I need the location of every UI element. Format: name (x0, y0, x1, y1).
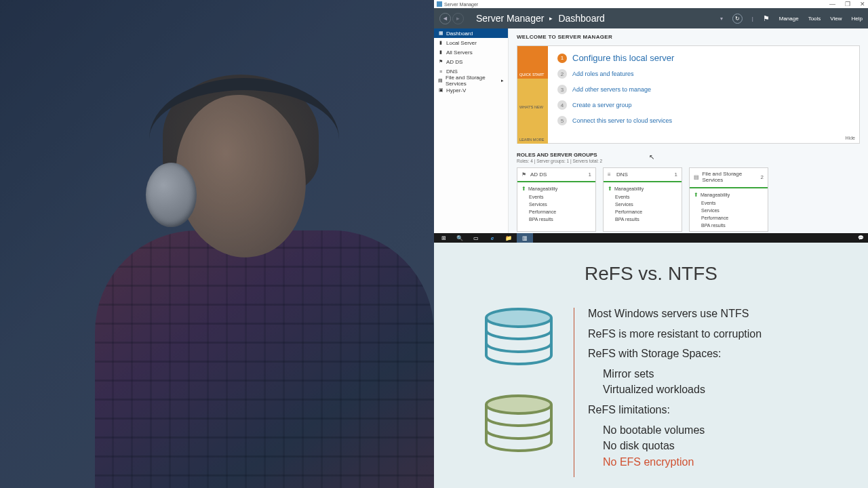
tab-learn-more[interactable]: LEARN MORE (517, 111, 548, 144)
start-button[interactable]: ⊞ (435, 233, 452, 243)
menu-help[interactable]: Help (852, 16, 863, 22)
tile-row-label: BPA results (615, 217, 639, 222)
course-photo (0, 0, 434, 488)
slide-subline: No disk quotas (588, 439, 854, 453)
server-icon: ▮ (438, 40, 443, 45)
tile-row-label: Events (615, 195, 629, 199)
server-manager-taskbar-button[interactable]: ▥ (517, 233, 533, 243)
slide-line: ReFS with Storage Spaces: (588, 346, 854, 361)
window-titlebar[interactable]: Server Manager — ❐ ✕ (434, 0, 868, 8)
main-content: WELCOME TO SERVER MANAGER QUICK START WH… (509, 28, 868, 242)
nav-back-button[interactable]: ◄ (439, 13, 451, 24)
tile-count: 1 (589, 171, 591, 178)
sidebar-item-label: Hyper-V (446, 87, 466, 94)
chevron-right-icon: ▸ (501, 78, 504, 83)
sidebar-item-file-storage[interactable]: ▤File and Storage Services▸ (434, 76, 508, 85)
adds-icon: ⚑ (438, 59, 443, 64)
tile-file-storage[interactable]: ▤File and Storage Services2 ⬆Manageabili… (689, 167, 768, 232)
menu-tools[interactable]: Tools (808, 16, 821, 22)
slide-subline: Virtualized workloads (588, 382, 854, 397)
ie-button[interactable]: e (484, 233, 500, 243)
notifications-flag-icon[interactable]: ⚑ (763, 14, 770, 23)
server-manager-window: Server Manager — ❐ ✕ ◄ ▸ Server Manager … (434, 0, 868, 242)
step-number: 3 (557, 85, 567, 94)
storage-icon: ▤ (694, 174, 699, 180)
menu-manage[interactable]: Manage (779, 16, 799, 22)
step-number: 4 (557, 100, 567, 110)
roles-subtitle: Roles: 4 | Server groups: 1 | Servers to… (517, 159, 860, 163)
database-bottom-icon (481, 394, 556, 462)
tile-row-label: Manageability (528, 186, 557, 191)
tile-dns[interactable]: ≡DNS1 ⬆Manageability Events Services Per… (603, 167, 682, 232)
slide-title: ReFS vs. NTFS (448, 263, 854, 285)
welcome-heading: WELCOME TO SERVER MANAGER (517, 34, 860, 40)
database-top-icon (481, 308, 556, 375)
adds-icon: ⚑ (521, 171, 528, 178)
sidebar-item-label: Dashboard (446, 30, 473, 37)
menu-view[interactable]: View (830, 16, 842, 22)
system-tray[interactable]: 💬 (858, 235, 867, 241)
breadcrumb-root[interactable]: Server Manager (476, 13, 544, 24)
dashboard-icon: ▦ (438, 30, 443, 36)
step-number: 1 (557, 54, 567, 63)
step-label: Add roles and features (572, 70, 634, 77)
tile-title: DNS (616, 171, 628, 178)
tile-row-label: Services (529, 202, 547, 207)
maximize-button[interactable]: ❐ (845, 1, 850, 7)
windows-taskbar: ⊞ 🔍 ▭ e 📁 ▥ 💬 (434, 233, 868, 243)
search-button[interactable]: 🔍 (452, 233, 468, 243)
tile-row-label: BPA results (701, 223, 726, 228)
dns-icon: ≡ (608, 171, 614, 178)
storage-icon: ▤ (438, 78, 443, 83)
sidebar-item-hyperv[interactable]: ▣Hyper-V (434, 85, 508, 95)
slide-text-content: Most Windows servers use NTFS ReFS is mo… (588, 304, 854, 470)
refresh-button[interactable]: ↻ (732, 14, 743, 24)
slide-subline: No bootable volumes (588, 423, 854, 438)
tab-quick-start[interactable]: QUICK START (517, 46, 548, 79)
dns-icon: ≡ (438, 68, 443, 74)
svg-point-0 (486, 309, 551, 327)
roles-heading: ROLES AND SERVER GROUPS (517, 152, 860, 158)
tile-row-label: Performance (701, 216, 728, 220)
step-number: 2 (557, 69, 567, 79)
servers-icon: ▮ (438, 49, 443, 55)
explorer-button[interactable]: 📁 (500, 233, 517, 243)
step-connect-cloud[interactable]: 5Connect this server to cloud services (557, 116, 850, 125)
status-up-icon: ⬆ (694, 192, 698, 198)
step-number: 5 (557, 116, 567, 125)
tile-row-label: Performance (615, 209, 642, 214)
tab-whats-new[interactable]: WHAT'S NEW (517, 79, 548, 111)
step-add-roles[interactable]: 2Add roles and features (557, 69, 850, 79)
nav-sidebar: ▦Dashboard ▮Local Server ▮All Servers ⚑A… (434, 28, 509, 242)
sidebar-item-dashboard[interactable]: ▦Dashboard (434, 28, 508, 38)
sidebar-item-label: Local Server (446, 40, 477, 46)
notification-icon[interactable]: 💬 (858, 235, 864, 241)
minimize-button[interactable]: — (829, 1, 835, 7)
sidebar-item-adds[interactable]: ⚑AD DS (434, 57, 508, 66)
step-label: Connect this server to cloud services (572, 117, 672, 124)
tile-row-label: Events (701, 201, 715, 205)
sidebar-item-label: File and Storage Services (446, 75, 498, 87)
slide-line: ReFS limitations: (588, 403, 854, 418)
sidebar-item-all-servers[interactable]: ▮All Servers (434, 47, 508, 57)
slide-subline: Mirror sets (588, 367, 854, 382)
role-tiles: ⚑AD DS1 ⬆Manageability Events Services P… (517, 167, 860, 232)
svg-point-1 (486, 396, 551, 413)
tile-row-label: Events (529, 195, 543, 199)
tile-count: 1 (675, 171, 677, 178)
close-button[interactable]: ✕ (860, 1, 865, 7)
slide-subline-highlight: No EFS encryption (588, 455, 854, 470)
step-create-group[interactable]: 4Create a server group (557, 100, 850, 110)
breadcrumb: Server Manager ▸ Dashboard (476, 13, 605, 24)
hyperv-icon: ▣ (438, 87, 443, 93)
hide-link[interactable]: Hide (846, 136, 855, 140)
sidebar-item-local-server[interactable]: ▮Local Server (434, 38, 508, 47)
task-view-button[interactable]: ▭ (468, 233, 484, 243)
tile-count: 2 (761, 174, 764, 180)
sidebar-item-label: All Servers (446, 49, 473, 56)
nav-forward-button[interactable]: ▸ (452, 13, 464, 24)
step-label: Create a server group (572, 102, 632, 108)
tile-adds[interactable]: ⚑AD DS1 ⬆Manageability Events Services P… (517, 167, 596, 232)
step-configure[interactable]: 1Configure this local server (557, 53, 850, 63)
step-add-servers[interactable]: 3Add other servers to manage (557, 85, 850, 94)
